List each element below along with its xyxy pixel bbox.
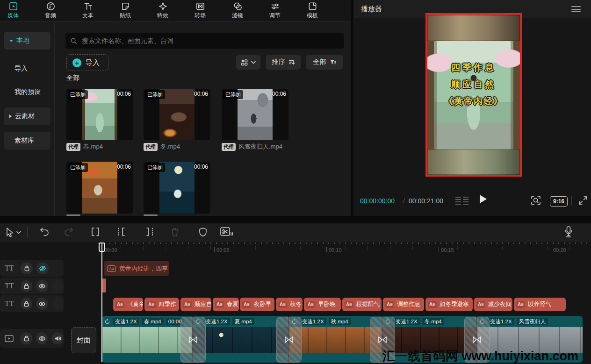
eye-icon[interactable] bbox=[36, 280, 48, 292]
sidebar-item-local[interactable]: 本地 bbox=[4, 32, 50, 50]
timeline-toolbar bbox=[0, 223, 591, 243]
subtitle-clip[interactable]: A≡以养肾气 bbox=[514, 298, 566, 311]
smart-cut-button[interactable] bbox=[220, 226, 234, 238]
play-button[interactable] bbox=[480, 195, 487, 203]
split-keep-left-button[interactable] bbox=[143, 227, 155, 236]
tab-adjust[interactable]: 调节 bbox=[262, 1, 288, 21]
eye-off-icon[interactable] bbox=[36, 262, 49, 274]
sidebar-item-presets[interactable]: 我的预设 bbox=[4, 83, 50, 101]
media-item-caption: 代理 风雪夜归人.mp4 bbox=[222, 143, 282, 151]
overlay-line: 顺应自然 bbox=[451, 79, 496, 91]
tab-label: 模板 bbox=[307, 12, 318, 19]
filmstrip bbox=[102, 327, 192, 353]
delete-button[interactable] bbox=[170, 227, 180, 237]
audio-strip bbox=[102, 353, 192, 363]
tab-text[interactable]: 文本 bbox=[75, 1, 101, 21]
subtitle-clip[interactable]: A≡调整作息 bbox=[383, 298, 424, 311]
track-header-divider bbox=[68, 242, 68, 364]
lock-icon[interactable] bbox=[20, 332, 32, 344]
sidebar-item-cloud[interactable]: 云素材 bbox=[4, 107, 50, 125]
zoom-fit-icon[interactable] bbox=[530, 195, 541, 206]
lock-icon[interactable] bbox=[21, 280, 33, 292]
clip-name-badge: 风雪夜归人 bbox=[517, 318, 548, 325]
ruler-label: 00:15 bbox=[439, 247, 454, 253]
transition-bowtie-icon bbox=[377, 336, 388, 343]
import-button[interactable]: + 导入 bbox=[66, 54, 108, 71]
search-input[interactable] bbox=[81, 36, 339, 45]
player-menu-icon[interactable] bbox=[571, 6, 581, 12]
text-track-header-2: TT bbox=[0, 278, 64, 294]
media-item-thumb[interactable]: 已添加 00:06 bbox=[66, 89, 133, 140]
subtitle-clip[interactable]: A≡减少夜间 bbox=[474, 298, 512, 311]
split-clip-button[interactable] bbox=[90, 227, 101, 236]
video-clip-spring[interactable]: 变速1.2X 春.mp4 00:00 bbox=[102, 316, 192, 363]
preview-video-selected[interactable]: 四季作息 顺应自然 《黄帝内经》 bbox=[425, 13, 522, 177]
tab-effects[interactable]: 特效 bbox=[150, 1, 176, 21]
subtitle-clip[interactable]: A≡如冬季避寒 bbox=[425, 298, 473, 311]
tab-stickers[interactable]: 贴纸 bbox=[112, 1, 138, 21]
tab-filters[interactable]: 滤镜 bbox=[224, 1, 251, 21]
shield-button[interactable] bbox=[198, 227, 208, 237]
preview-quality-icon[interactable] bbox=[455, 197, 468, 205]
select-tool-chevron[interactable] bbox=[16, 231, 21, 234]
subtitle-clip[interactable]: A≡夜卧早 bbox=[240, 298, 274, 311]
subtitle-clip[interactable]: A≡早卧晚 bbox=[304, 298, 341, 311]
fullscreen-icon[interactable] bbox=[578, 195, 588, 206]
eye-icon[interactable] bbox=[36, 298, 48, 310]
view-mode-button[interactable] bbox=[236, 55, 260, 70]
eye-icon[interactable] bbox=[36, 332, 48, 344]
speaker-icon[interactable] bbox=[51, 332, 64, 344]
record-voiceover-icon[interactable] bbox=[564, 226, 573, 239]
playhead-handle[interactable] bbox=[98, 242, 106, 254]
undo-button[interactable] bbox=[39, 227, 50, 236]
tab-label: 贴纸 bbox=[120, 12, 131, 19]
subtitle-clip[interactable]: A≡四季作 bbox=[144, 298, 179, 311]
grid-view-icon bbox=[241, 59, 248, 66]
small-text-clip[interactable] bbox=[102, 278, 106, 293]
filmstrip bbox=[193, 327, 288, 353]
plus-icon: + bbox=[72, 58, 81, 67]
duration-badge: 00:06 bbox=[117, 164, 131, 170]
subtitle-clip[interactable]: A≡秋冬 bbox=[276, 298, 303, 311]
cover-button[interactable]: 封面 bbox=[71, 327, 96, 353]
lock-icon[interactable] bbox=[21, 298, 33, 310]
speed-badge: 变速1.2X bbox=[113, 318, 139, 325]
subtitle-clip[interactable]: A≡春夏 bbox=[213, 298, 239, 311]
overlay-line: 四季作息 bbox=[451, 62, 496, 74]
tab-transitions[interactable]: 转场 bbox=[187, 1, 213, 21]
tab-audio[interactable]: 音频 bbox=[37, 1, 64, 21]
tab-media[interactable]: 媒体 bbox=[0, 1, 26, 21]
aspect-ratio-button[interactable]: 9:16 bbox=[550, 196, 568, 207]
filter-all-button[interactable]: 全部 bbox=[306, 55, 343, 70]
player-title: 播放器 bbox=[361, 5, 382, 14]
transition-handle[interactable] bbox=[180, 317, 206, 363]
sort-button[interactable]: 排序 bbox=[266, 55, 301, 70]
subtitle-clip[interactable]: A≡顺应自 bbox=[180, 298, 211, 311]
media-item-thumb[interactable]: 已添加 00:06 bbox=[144, 89, 210, 140]
time-ruler[interactable] bbox=[98, 246, 591, 250]
redo-button[interactable] bbox=[64, 227, 74, 236]
overlay-line: 《黄帝内经》 bbox=[444, 95, 503, 107]
empty-slot bbox=[52, 280, 64, 292]
media-item-thumb[interactable]: 已添加 00:06 bbox=[222, 89, 288, 140]
media-item-caption: 代理 春.mp4 bbox=[66, 143, 103, 151]
text-track-header-1: TT bbox=[0, 260, 64, 277]
sidebar-item-import[interactable]: 导入 bbox=[4, 60, 50, 78]
main-text-clip[interactable]: Aa 黄帝内经讲，四季 bbox=[104, 261, 169, 276]
media-item-thumb[interactable]: 已添加 00:06 bbox=[144, 162, 210, 214]
video-clip-summer[interactable]: 变速1.2X 夏.mp4 bbox=[193, 316, 288, 363]
video-clip-autumn[interactable]: 变速1.2X 秋.mp4 bbox=[289, 316, 382, 363]
lock-icon[interactable] bbox=[21, 262, 33, 274]
subtitle-clip[interactable]: A≡《黄帝 bbox=[113, 298, 143, 311]
sidebar-item-library[interactable]: 素材库 bbox=[4, 132, 50, 150]
split-keep-right-button[interactable] bbox=[116, 227, 128, 236]
speed-badge: 变速1.2X bbox=[300, 318, 326, 325]
subtitle-clip[interactable]: A≡根据阳气 bbox=[342, 298, 382, 311]
file-name: 冬.mp4 bbox=[160, 143, 180, 151]
select-tool[interactable] bbox=[5, 227, 15, 238]
tab-label: 特效 bbox=[157, 12, 168, 19]
time-separator: / bbox=[403, 197, 405, 205]
tab-templates[interactable]: 模板 bbox=[299, 1, 325, 21]
media-item-thumb[interactable]: 已添加 00:06 bbox=[66, 162, 133, 214]
transition-handle[interactable] bbox=[276, 317, 302, 363]
